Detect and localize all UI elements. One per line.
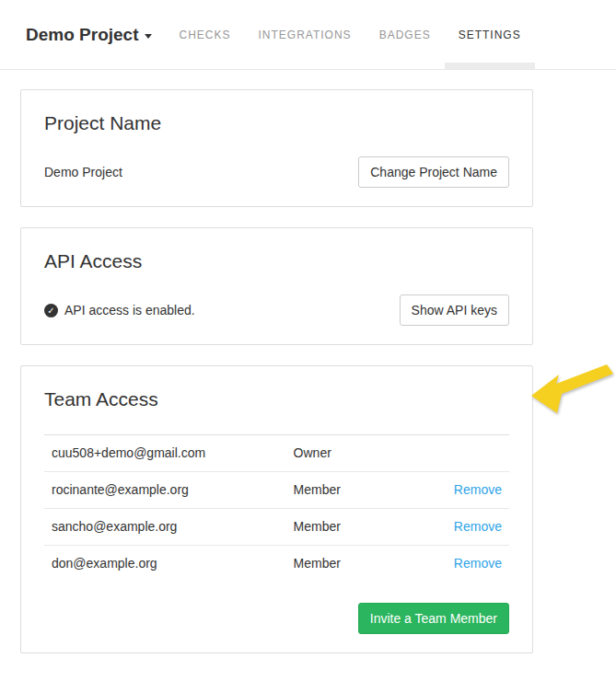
member-action-cell xyxy=(412,435,509,472)
api-access-status-text: API access is enabled. xyxy=(64,303,195,317)
invite-team-member-button[interactable]: Invite a Team Member xyxy=(358,603,509,634)
api-access-card-title: API Access xyxy=(44,250,509,272)
api-access-status: ✓ API access is enabled. xyxy=(44,303,195,317)
member-role: Member xyxy=(286,546,412,583)
member-role: Member xyxy=(286,472,412,509)
member-action-cell: Remove xyxy=(412,546,509,583)
tab-integrations[interactable]: INTEGRATIONS xyxy=(245,0,366,69)
remove-member-link[interactable]: Remove xyxy=(454,556,502,571)
table-row: rocinante@example.org Member Remove xyxy=(44,472,509,509)
team-members-table: cuu508+demo@gmail.com Owner rocinante@ex… xyxy=(44,434,509,582)
table-row: sancho@example.org Member Remove xyxy=(44,509,509,546)
caret-down-icon xyxy=(145,34,152,39)
nav-tabs: CHECKS INTEGRATIONS BADGES SETTINGS xyxy=(165,0,534,69)
remove-member-link[interactable]: Remove xyxy=(454,482,502,497)
change-project-name-button[interactable]: Change Project Name xyxy=(358,156,509,188)
api-access-card: API Access ✓ API access is enabled. Show… xyxy=(20,227,533,345)
member-email: cuu508+demo@gmail.com xyxy=(44,435,286,472)
show-api-keys-button[interactable]: Show API keys xyxy=(400,294,509,326)
member-role: Owner xyxy=(286,435,412,472)
project-name-card-title: Project Name xyxy=(44,112,509,134)
project-name-card: Project Name Demo Project Change Project… xyxy=(20,89,533,207)
member-action-cell: Remove xyxy=(412,509,509,546)
current-project-name: Demo Project xyxy=(44,165,122,179)
settings-page: Project Name Demo Project Change Project… xyxy=(0,70,553,653)
team-access-card: Team Access cuu508+demo@gmail.com Owner … xyxy=(20,365,533,653)
table-row: cuu508+demo@gmail.com Owner xyxy=(44,435,509,472)
team-access-card-title: Team Access xyxy=(44,388,509,410)
remove-member-link[interactable]: Remove xyxy=(454,519,502,534)
member-action-cell: Remove xyxy=(412,472,509,509)
project-switcher-dropdown[interactable]: Demo Project xyxy=(26,0,152,69)
tab-badges[interactable]: BADGES xyxy=(366,0,445,69)
check-circle-icon: ✓ xyxy=(44,304,58,317)
member-email: don@example.org xyxy=(44,546,286,583)
top-nav: Demo Project CHECKS INTEGRATIONS BADGES … xyxy=(0,0,616,70)
table-row: don@example.org Member Remove xyxy=(44,546,509,583)
member-role: Member xyxy=(286,509,412,546)
member-email: rocinante@example.org xyxy=(44,472,286,509)
tab-settings[interactable]: SETTINGS xyxy=(445,0,535,69)
tab-checks[interactable]: CHECKS xyxy=(165,0,244,69)
project-switcher-label: Demo Project xyxy=(26,25,138,45)
member-email: sancho@example.org xyxy=(44,509,286,546)
